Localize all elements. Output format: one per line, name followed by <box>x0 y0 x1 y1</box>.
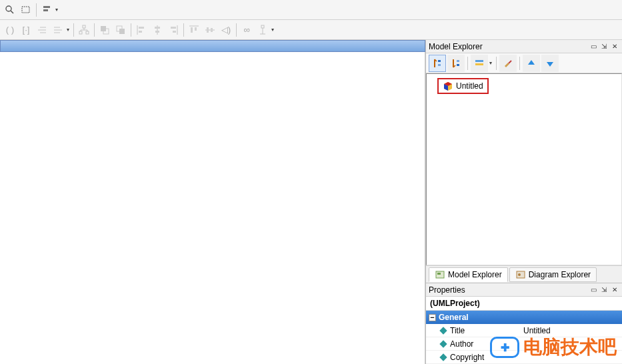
dropdown-arrow-icon[interactable]: ▾ <box>65 27 71 33</box>
diamond-icon <box>439 340 447 347</box>
package-icon <box>443 81 453 91</box>
properties-type-label: (UMLProject) <box>426 297 622 311</box>
svg-rect-3 <box>43 6 50 8</box>
svg-rect-37 <box>261 25 264 28</box>
svg-point-54 <box>518 273 521 276</box>
svg-rect-33 <box>195 27 197 31</box>
category-label: General <box>439 313 469 322</box>
separator <box>36 3 37 17</box>
explorer-tabs: Model Explorer Diagram Explorer <box>426 265 622 283</box>
svg-line-1 <box>11 11 13 13</box>
panel-title: Model Explorer <box>429 42 587 51</box>
property-row-copyright[interactable]: Copyright <box>426 351 622 364</box>
model-explorer-header: Model Explorer ▭ ⇲ ✕ <box>426 40 622 53</box>
property-row-author[interactable]: Author <box>426 337 622 351</box>
main-layout: Model Explorer ▭ ⇲ ✕ ▾ <box>0 40 622 364</box>
svg-rect-29 <box>171 27 176 29</box>
properties-header: Properties ▭ ⇲ ✕ <box>426 283 622 297</box>
tree-node-label: Untitled <box>456 81 483 91</box>
diagram-explorer-tab-icon <box>515 269 526 280</box>
diamond-icon <box>439 353 447 361</box>
svg-rect-52 <box>437 273 441 275</box>
separator <box>131 23 131 37</box>
separator <box>183 23 184 37</box>
svg-rect-43 <box>438 64 441 66</box>
property-value[interactable]: Untitled <box>523 326 622 335</box>
svg-line-50 <box>509 61 511 63</box>
toolbar-row-2: ( ) [·] ▾ ◁) ∞ ▾ <box>0 20 622 40</box>
canvas-titlebar[interactable] <box>0 40 425 52</box>
svg-rect-42 <box>438 60 441 62</box>
indent-icon <box>51 23 65 37</box>
select-rect-icon[interactable] <box>19 3 33 17</box>
panel-title: Properties <box>429 285 587 295</box>
tab-label: Model Explorer <box>448 270 502 279</box>
outdent-icon <box>35 23 49 37</box>
svg-rect-32 <box>191 27 193 33</box>
separator <box>73 23 74 37</box>
diagram-canvas[interactable] <box>0 52 425 364</box>
send-backward-icon <box>113 23 128 37</box>
svg-rect-23 <box>139 27 144 29</box>
separator <box>236 23 237 37</box>
svg-rect-24 <box>139 31 142 33</box>
properties-category[interactable]: − General <box>426 311 622 324</box>
svg-rect-47 <box>457 64 459 66</box>
collapse-toggle-icon[interactable]: − <box>429 314 436 321</box>
canvas-area <box>0 40 425 364</box>
bring-forward-icon <box>97 23 112 37</box>
svg-point-0 <box>6 6 11 11</box>
zoom-icon[interactable] <box>3 3 17 17</box>
separator <box>496 57 497 70</box>
close-icon[interactable]: ✕ <box>610 42 619 51</box>
properties-grid: − General Title Untitled Author Copyrigh… <box>426 311 622 364</box>
svg-rect-36 <box>211 28 213 32</box>
tab-model-explorer[interactable]: Model Explorer <box>429 267 508 282</box>
pin-icon[interactable]: ⇲ <box>599 285 609 295</box>
svg-rect-26 <box>155 27 160 29</box>
align-center-icon <box>150 23 165 37</box>
separator <box>467 57 468 70</box>
svg-rect-46 <box>457 60 459 62</box>
move-down-icon[interactable] <box>541 55 559 72</box>
svg-rect-2 <box>22 7 29 13</box>
svg-rect-49 <box>475 63 483 65</box>
svg-rect-12 <box>79 31 82 34</box>
model-explorer-tab-icon <box>435 269 445 280</box>
separator <box>519 57 520 70</box>
explorer-toolbar: ▾ <box>426 53 622 73</box>
svg-rect-27 <box>155 31 159 33</box>
svg-rect-4 <box>43 9 48 11</box>
align-tool-icon[interactable] <box>39 3 54 17</box>
svg-rect-48 <box>475 60 483 62</box>
align-bottom-icon: ◁) <box>219 23 233 37</box>
separator <box>94 23 95 37</box>
dropdown-arrow-icon[interactable]: ▾ <box>270 27 275 33</box>
svg-rect-11 <box>83 25 85 28</box>
pin-icon[interactable]: ⇲ <box>599 42 609 51</box>
tab-diagram-explorer[interactable]: Diagram Explorer <box>509 267 597 282</box>
paren-open-icon: ( ) <box>3 23 17 37</box>
move-up-icon[interactable] <box>523 55 540 72</box>
dropdown-arrow-icon[interactable]: ▾ <box>54 7 59 13</box>
model-tree[interactable]: Untitled <box>426 73 622 265</box>
side-panel: Model Explorer ▭ ⇲ ✕ ▾ <box>425 40 622 364</box>
property-row-title[interactable]: Title Untitled <box>426 324 622 337</box>
align-middle-icon <box>203 23 217 37</box>
dist-h-icon: ∞ <box>239 23 254 37</box>
minimize-icon[interactable]: ▭ <box>589 42 598 51</box>
close-icon[interactable]: ✕ <box>610 285 619 295</box>
tree-root-node[interactable]: Untitled <box>437 78 489 94</box>
align-top-icon <box>187 23 201 37</box>
align-right-icon <box>166 23 181 37</box>
bracket-icon: [·] <box>19 23 33 37</box>
property-name: Copyright <box>450 353 523 362</box>
svg-rect-35 <box>207 27 209 33</box>
sort-reverse-icon[interactable] <box>447 55 465 72</box>
filter-stack-icon[interactable] <box>471 55 488 72</box>
brush-icon[interactable] <box>499 55 517 72</box>
minimize-icon[interactable]: ▭ <box>589 285 598 295</box>
dropdown-arrow-icon[interactable]: ▾ <box>488 60 493 66</box>
sort-alpha-icon[interactable] <box>429 55 446 72</box>
toolbar-row-1: ▾ <box>0 0 622 20</box>
